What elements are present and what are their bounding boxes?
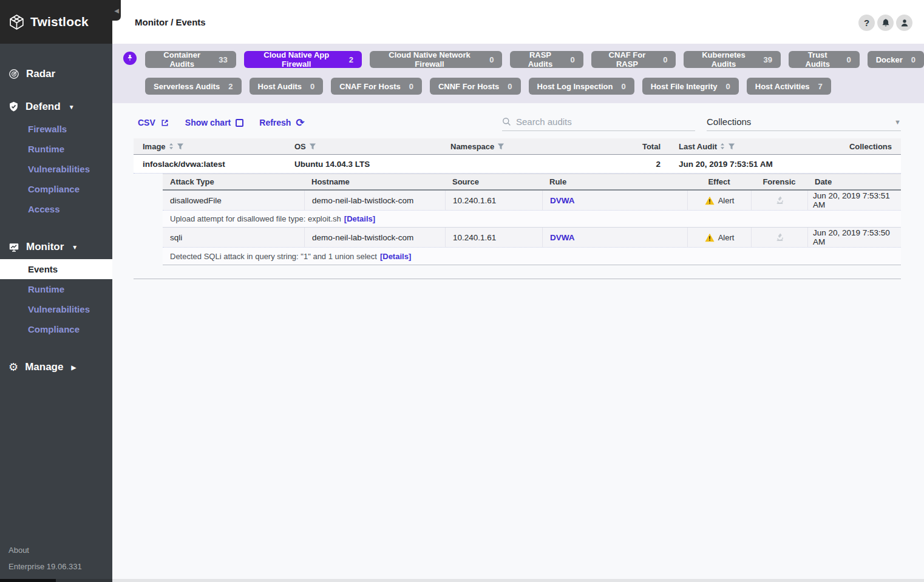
filter-funnel-icon[interactable] — [497, 143, 504, 150]
filter-chip-host-log-inspection[interactable]: Host Log Inspection0 — [529, 78, 634, 95]
filter-chip-cnaf-for-rasp[interactable]: CNAF For RASP0 — [591, 51, 676, 68]
version-label: Enterprise 19.06.331 — [8, 558, 112, 575]
rule-link[interactable]: DVWA — [550, 196, 575, 205]
sidebar-item-defend-runtime[interactable]: Runtime — [0, 139, 112, 159]
filter-row-1: Container Audits33 Cloud Native App Fire… — [112, 51, 924, 68]
sidebar-item-monitor[interactable]: Monitor ▼ — [0, 235, 112, 259]
sidebar-item-radar[interactable]: Radar — [0, 62, 112, 86]
filter-chip-cnnf-for-hosts[interactable]: CNNF For Hosts0 — [430, 78, 521, 95]
audits-table: Attack Type Hostname Source Rule Effect … — [163, 174, 901, 265]
filter-funnel-icon[interactable] — [177, 143, 184, 150]
audit-date: Jun 20, 2019 7:53:50 AM — [807, 228, 901, 247]
sidebar-item-monitor-compliance[interactable]: Compliance — [0, 319, 112, 339]
help-button[interactable]: ? — [858, 15, 875, 31]
filter-chip-cnaf-for-hosts[interactable]: CNAF For Hosts0 — [331, 78, 422, 95]
sidebar-defend-label: Defend — [25, 101, 61, 113]
rule-link[interactable]: DVWA — [550, 233, 575, 242]
image-row[interactable]: infoslack/dvwa:latest Ubuntu 14.04.3 LTS… — [134, 155, 901, 174]
scrollbar-thumb[interactable] — [0, 579, 56, 582]
sidebar-item-monitor-runtime[interactable]: Runtime — [0, 279, 112, 299]
audits-table-header: Attack Type Hostname Source Rule Effect … — [163, 174, 901, 191]
search-icon — [502, 117, 511, 126]
forensic-microscope-icon[interactable] — [775, 232, 785, 242]
image-total: 2 — [601, 160, 670, 169]
sidebar-item-monitor-events[interactable]: Events — [0, 259, 112, 279]
image-name: infoslack/dvwa:latest — [134, 160, 285, 169]
horizontal-scrollbar[interactable] — [0, 579, 924, 582]
show-chart-toggle[interactable]: Show chart — [185, 118, 243, 131]
logo[interactable]: Twistlock — [0, 0, 112, 44]
source-ip: 10.240.1.61 — [445, 191, 542, 210]
gear-icon: ⚙ — [8, 362, 18, 373]
filter-chip-trust-audits[interactable]: Trust Audits0 — [789, 51, 860, 68]
pin-filters-button[interactable] — [123, 52, 137, 65]
sidebar-item-manage[interactable]: ⚙ Manage ▶ — [0, 355, 112, 379]
csv-export-button[interactable]: CSV — [138, 118, 169, 131]
filter-chip-serverless-audits[interactable]: Serverless Audits2 — [145, 78, 242, 95]
filter-chip-host-audits[interactable]: Host Audits0 — [250, 78, 324, 95]
notifications-button[interactable] — [877, 15, 894, 31]
sidebar-item-defend[interactable]: Defend ▼ — [0, 95, 112, 119]
radar-icon — [8, 69, 19, 80]
sidebar-radar-label: Radar — [26, 68, 55, 80]
audit-date: Jun 20, 2019 7:53:51 AM — [807, 191, 901, 210]
audit-type-filters: Container Audits33 Cloud Native App Fire… — [112, 44, 924, 103]
details-link[interactable]: [Details] — [344, 214, 375, 223]
twistlock-cube-icon — [8, 14, 25, 30]
effect-badge: Alert — [705, 233, 735, 242]
forensic-microscope-icon[interactable] — [775, 195, 785, 205]
checkbox-icon[interactable] — [236, 119, 243, 127]
audit-row[interactable]: sqli demo-neil-lab-twistlock-com 10.240.… — [163, 228, 901, 248]
filter-chip-host-activities[interactable]: Host Activities7 — [747, 78, 831, 95]
sidebar-item-monitor-vulnerabilities[interactable]: Vulnerabilities — [0, 299, 112, 319]
chevron-down-icon: ▼ — [69, 104, 75, 110]
audit-message: Upload attempt for disallowed file type:… — [163, 211, 901, 228]
filter-funnel-icon[interactable] — [728, 143, 735, 150]
monitor-icon — [8, 242, 19, 252]
search-field[interactable] — [502, 117, 695, 131]
user-button[interactable] — [896, 15, 912, 31]
refresh-button[interactable]: Refresh ⟳ — [259, 118, 304, 131]
filter-funnel-icon[interactable] — [309, 143, 316, 150]
sort-icon — [720, 143, 725, 149]
column-image[interactable]: Image — [134, 142, 285, 151]
column-os[interactable]: OS — [285, 142, 441, 151]
sidebar-item-defend-compliance[interactable]: Compliance — [0, 179, 112, 199]
filter-chip-docker[interactable]: Docker0 — [868, 51, 924, 68]
details-link[interactable]: [Details] — [380, 252, 411, 261]
filter-chip-cloud-native-app-firewall[interactable]: Cloud Native App Firewall2 — [244, 51, 362, 68]
image-last-audit: Jun 20, 2019 7:53:51 AM — [670, 160, 831, 169]
filter-chip-container-audits[interactable]: Container Audits33 — [145, 51, 236, 68]
top-bar: Monitor / Events ? — [112, 0, 924, 44]
column-attack-type: Attack Type — [163, 177, 304, 186]
filter-row-2: Serverless Audits2 Host Audits0 CNAF For… — [112, 78, 924, 95]
source-ip: 10.240.1.61 — [445, 228, 542, 247]
filter-chip-rasp-audits[interactable]: RASP Audits0 — [510, 51, 583, 68]
column-forensic: Forensic — [751, 177, 807, 186]
logo-text: Twistlock — [30, 15, 89, 29]
sidebar: Twistlock ◀ Radar D — [0, 0, 112, 582]
table-toolbar: CSV Show chart Refresh ⟳ Collectio — [112, 103, 924, 131]
sidebar-item-defend-access[interactable]: Access — [0, 199, 112, 219]
audit-message: Detected SQLi attack in query string: "1… — [163, 248, 901, 265]
filter-chip-host-file-integrity[interactable]: Host File Integrity0 — [642, 78, 739, 95]
audit-row[interactable]: disallowedFile demo-neil-lab-twistlock-c… — [163, 191, 901, 211]
filter-chip-cloud-native-network-firewall[interactable]: Cloud Native Network Firewall0 — [370, 51, 502, 68]
hostname: demo-neil-lab-twistlock-com — [304, 191, 445, 210]
image-collections — [831, 160, 901, 169]
filter-chip-kubernetes-audits[interactable]: Kubernetes Audits39 — [684, 51, 781, 68]
refresh-icon: ⟳ — [296, 119, 304, 127]
column-namespace[interactable]: Namespace — [441, 142, 601, 151]
sidebar-item-defend-firewalls[interactable]: Firewalls — [0, 119, 112, 139]
collections-dropdown[interactable]: Collections ▼ — [707, 117, 901, 131]
bell-icon — [881, 18, 891, 28]
main-content: Monitor / Events ? — [112, 0, 924, 582]
search-input[interactable] — [516, 117, 680, 127]
about-link[interactable]: About — [8, 542, 112, 558]
shield-check-icon — [8, 101, 19, 112]
column-collections: Collections — [831, 142, 901, 151]
sidebar-item-defend-vulnerabilities[interactable]: Vulnerabilities — [0, 159, 112, 179]
image-os: Ubuntu 14.04.3 LTS — [285, 160, 441, 169]
column-last-audit[interactable]: Last Audit — [670, 142, 831, 151]
sidebar-collapse-button[interactable]: ◀ — [112, 0, 121, 21]
